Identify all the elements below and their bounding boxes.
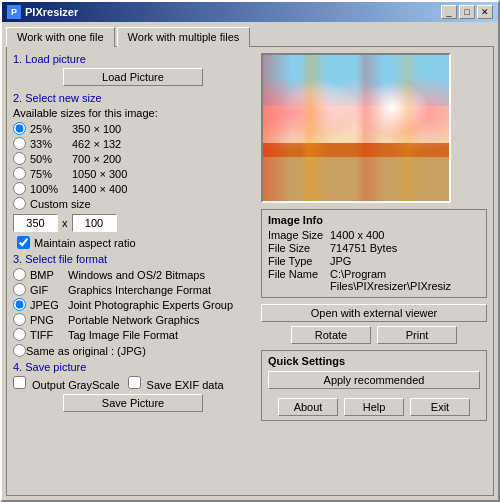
about-button[interactable]: About — [278, 398, 338, 416]
size-radio-50[interactable] — [13, 152, 26, 165]
aspect-ratio-row: Maintain aspect ratio — [17, 236, 253, 249]
minimize-button[interactable]: _ — [441, 5, 457, 19]
format-desc-png: Portable Network Graphics — [68, 314, 199, 326]
tab-single-file[interactable]: Work with one file — [6, 27, 115, 47]
format-desc-gif: Graphics Interchange Format — [68, 284, 211, 296]
format-radio-tiff[interactable] — [13, 328, 26, 341]
format-radio-bmp[interactable] — [13, 268, 26, 281]
exif-text: Save EXIF data — [147, 379, 224, 391]
size-pct-33: 33% — [30, 138, 72, 150]
format-name-gif: GIF — [30, 284, 68, 296]
height-input[interactable] — [72, 214, 117, 232]
size-option-25: 25% 350 × 100 — [13, 122, 253, 135]
open-viewer-button[interactable]: Open with external viewer — [261, 304, 487, 322]
bottom-buttons: About Help Exit — [268, 398, 480, 416]
size-pct-75: 75% — [30, 168, 72, 180]
format-radio-jpeg[interactable] — [13, 298, 26, 311]
load-section-title: 1. Load picture — [13, 53, 253, 65]
size-section-title: 2. Select new size — [13, 92, 253, 104]
same-as-original-row: Same as original : (JPG) — [13, 344, 253, 357]
format-jpeg: JPEG Joint Photographic Experts Group — [13, 298, 253, 311]
size-pct-100: 100% — [30, 183, 72, 195]
quick-settings-title: Quick Settings — [268, 355, 480, 367]
tab-multiple-files[interactable]: Work with multiple files — [117, 27, 251, 47]
save-picture-button[interactable]: Save Picture — [63, 394, 203, 412]
format-bmp: BMP Windows and OS/2 Bitmaps — [13, 268, 253, 281]
format-name-png: PNG — [30, 314, 68, 326]
info-filename-val: C:\Program Files\PIXresizer\PIXresiz — [330, 268, 480, 292]
title-bar: P PIXresizer _ □ ✕ — [2, 2, 498, 22]
size-section: 2. Select new size Available sizes for t… — [13, 92, 253, 249]
info-filesize-val: 714751 Bytes — [330, 242, 397, 254]
help-button[interactable]: Help — [344, 398, 404, 416]
image-info-box: Image Info Image Size 1400 x 400 File Si… — [261, 209, 487, 298]
window-title: PIXresizer — [25, 6, 78, 18]
save-options-row: Output GrayScale Save EXIF data — [13, 376, 253, 391]
info-filesize-key: File Size — [268, 242, 330, 254]
info-filetype-row: File Type JPG — [268, 255, 480, 267]
content-area: 1. Load picture Load Picture 2. Select n… — [6, 46, 494, 496]
save-section-title: 4. Save picture — [13, 361, 253, 373]
custom-size-row: x — [13, 214, 253, 232]
format-desc-bmp: Windows and OS/2 Bitmaps — [68, 269, 205, 281]
size-val-50: 700 × 200 — [72, 153, 121, 165]
size-option-100: 100% 1400 × 400 — [13, 182, 253, 195]
print-button[interactable]: Print — [377, 326, 457, 344]
aspect-ratio-label: Maintain aspect ratio — [34, 237, 136, 249]
load-picture-button[interactable]: Load Picture — [63, 68, 203, 86]
grayscale-text: Output GrayScale — [32, 379, 119, 391]
save-section: 4. Save picture Output GrayScale Save EX… — [13, 361, 253, 414]
same-original-label: Same as original : (JPG) — [26, 345, 146, 357]
apply-recommended-button[interactable]: Apply recommended — [268, 371, 480, 389]
quick-settings: Quick Settings Apply recommended About H… — [261, 350, 487, 421]
size-radio-75[interactable] — [13, 167, 26, 180]
title-controls: _ □ ✕ — [441, 5, 493, 19]
close-button[interactable]: ✕ — [477, 5, 493, 19]
exif-label: Save EXIF data — [128, 376, 224, 391]
rotate-button[interactable]: Rotate — [291, 326, 371, 344]
info-filesize-row: File Size 714751 Bytes — [268, 242, 480, 254]
info-filename-row: File Name C:\Program Files\PIXresizer\PI… — [268, 268, 480, 292]
format-desc-tiff: Tag Image File Format — [68, 329, 178, 341]
format-name-tiff: TIFF — [30, 329, 68, 341]
grayscale-label: Output GrayScale — [13, 376, 120, 391]
exif-checkbox[interactable] — [128, 376, 141, 389]
format-radio-gif[interactable] — [13, 283, 26, 296]
title-bar-left: P PIXresizer — [7, 5, 78, 19]
format-tiff: TIFF Tag Image File Format — [13, 328, 253, 341]
maximize-button[interactable]: □ — [459, 5, 475, 19]
format-radio-png[interactable] — [13, 313, 26, 326]
left-panel: 1. Load picture Load Picture 2. Select n… — [13, 53, 253, 489]
size-val-25: 350 × 100 — [72, 123, 121, 135]
available-sizes-label: Available sizes for this image: — [13, 107, 253, 119]
x-separator: x — [62, 217, 68, 229]
load-section: 1. Load picture Load Picture — [13, 53, 253, 88]
exit-button[interactable]: Exit — [410, 398, 470, 416]
info-filename-key: File Name — [268, 268, 330, 292]
size-radio-custom[interactable] — [13, 197, 26, 210]
size-radio-33[interactable] — [13, 137, 26, 150]
size-radio-100[interactable] — [13, 182, 26, 195]
size-option-75: 75% 1050 × 300 — [13, 167, 253, 180]
info-size-row: Image Size 1400 x 400 — [268, 229, 480, 241]
info-size-key: Image Size — [268, 229, 330, 241]
info-filetype-key: File Type — [268, 255, 330, 267]
format-radio-same[interactable] — [13, 344, 26, 357]
format-section: 3. Select file format BMP Windows and OS… — [13, 253, 253, 357]
size-option-50: 50% 700 × 200 — [13, 152, 253, 165]
format-name-jpeg: JPEG — [30, 299, 68, 311]
size-pct-50: 50% — [30, 153, 72, 165]
grayscale-checkbox[interactable] — [13, 376, 26, 389]
size-radio-25[interactable] — [13, 122, 26, 135]
width-input[interactable] — [13, 214, 58, 232]
app-icon: P — [7, 5, 21, 19]
main-window: P PIXresizer _ □ ✕ Work with one file Wo… — [0, 0, 500, 502]
aspect-ratio-checkbox[interactable] — [17, 236, 30, 249]
format-desc-jpeg: Joint Photographic Experts Group — [68, 299, 233, 311]
image-info-title: Image Info — [268, 214, 480, 226]
size-option-custom: Custom size — [13, 197, 253, 210]
rotate-print-row: Rotate Print — [261, 326, 487, 344]
image-preview — [261, 53, 451, 203]
app-icon-text: P — [11, 7, 17, 17]
tabs-bar: Work with one file Work with multiple fi… — [2, 22, 498, 46]
